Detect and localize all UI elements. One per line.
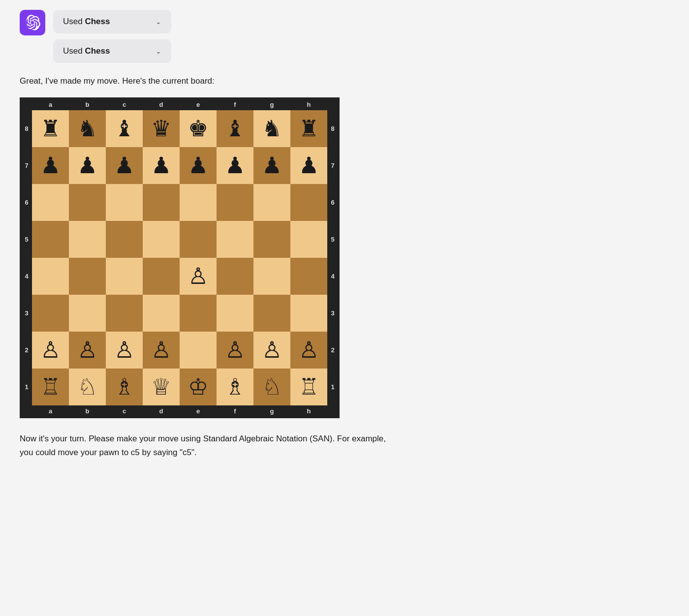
square-f2[interactable]: ♙ (217, 332, 253, 369)
rank-label-left-3: 3 (21, 309, 32, 317)
square-a8[interactable]: ♜ (32, 110, 69, 147)
rank-label-right-3: 3 (327, 309, 338, 317)
square-g5[interactable] (253, 221, 290, 258)
square-c5[interactable] (106, 221, 143, 258)
square-e4[interactable]: ♙ (180, 258, 217, 295)
square-b3[interactable] (69, 295, 106, 332)
square-c3[interactable] (106, 295, 143, 332)
square-h8[interactable]: ♜ (290, 110, 327, 147)
square-f7[interactable]: ♟ (217, 147, 253, 184)
square-f5[interactable] (217, 221, 253, 258)
rank-label-right-2: 2 (327, 346, 338, 354)
square-d7[interactable]: ♟ (143, 147, 180, 184)
square-g8[interactable]: ♞ (253, 110, 290, 147)
square-e3[interactable] (180, 295, 217, 332)
rank-label-left-1: 1 (21, 383, 32, 391)
square-g3[interactable] (253, 295, 290, 332)
rank-row-1: 1♖♘♗♕♔♗♘♖1 (21, 369, 338, 405)
square-h4[interactable] (290, 258, 327, 295)
square-a5[interactable] (32, 221, 69, 258)
square-g1[interactable]: ♘ (253, 369, 290, 405)
square-h6[interactable] (290, 184, 327, 221)
square-b7[interactable]: ♟ (69, 147, 106, 184)
square-d2[interactable]: ♙ (143, 332, 180, 369)
square-g4[interactable] (253, 258, 290, 295)
openai-logo-svg (25, 15, 40, 31)
rank-label-left-6: 6 (21, 199, 32, 206)
rank-row-8: 8♜♞♝♛♚♝♞♜8 (21, 110, 338, 147)
square-a2[interactable]: ♙ (32, 332, 69, 369)
square-h5[interactable] (290, 221, 327, 258)
square-d4[interactable] (143, 258, 180, 295)
square-e5[interactable] (180, 221, 217, 258)
square-a4[interactable] (32, 258, 69, 295)
square-b2[interactable]: ♙ (69, 332, 106, 369)
square-h2[interactable]: ♙ (290, 332, 327, 369)
file-label-top-g: g (253, 99, 290, 110)
square-c6[interactable] (106, 184, 143, 221)
tool-badge-1-text: Used Chess (63, 17, 110, 27)
square-h7[interactable]: ♟ (290, 147, 327, 184)
rank-row-4: 4♙4 (21, 258, 338, 295)
square-h3[interactable] (290, 295, 327, 332)
square-a7[interactable]: ♟ (32, 147, 69, 184)
square-e8[interactable]: ♚ (180, 110, 217, 147)
openai-logo (20, 10, 45, 35)
square-e6[interactable] (180, 184, 217, 221)
file-label-top-e: e (180, 99, 217, 110)
square-a6[interactable] (32, 184, 69, 221)
square-b1[interactable]: ♘ (69, 369, 106, 405)
square-d5[interactable] (143, 221, 180, 258)
square-d3[interactable] (143, 295, 180, 332)
tool-badge-2[interactable]: Used Chess ⌄ (53, 39, 171, 63)
square-c1[interactable]: ♗ (106, 369, 143, 405)
square-g2[interactable]: ♙ (253, 332, 290, 369)
rank-label-left-4: 4 (21, 273, 32, 280)
square-d1[interactable]: ♕ (143, 369, 180, 405)
square-c2[interactable]: ♙ (106, 332, 143, 369)
square-e1[interactable]: ♔ (180, 369, 217, 405)
square-f6[interactable] (217, 184, 253, 221)
file-label-bottom-c: c (106, 405, 143, 417)
square-b6[interactable] (69, 184, 106, 221)
chess-board-container: abcdefgh8♜♞♝♛♚♝♞♜87♟♟♟♟♟♟♟♟766554♙4332♙♙… (20, 97, 669, 418)
file-label-top-h: h (290, 99, 327, 110)
rank-label-left-7: 7 (21, 162, 32, 169)
square-f4[interactable] (217, 258, 253, 295)
square-c8[interactable]: ♝ (106, 110, 143, 147)
file-label-bottom-f: f (217, 405, 253, 417)
rank-row-7: 7♟♟♟♟♟♟♟♟7 (21, 147, 338, 184)
rank-label-right-4: 4 (327, 273, 338, 280)
chevron-down-icon-1: ⌄ (156, 18, 161, 26)
square-h1[interactable]: ♖ (290, 369, 327, 405)
file-label-bottom-h: h (290, 405, 327, 417)
square-g7[interactable]: ♟ (253, 147, 290, 184)
square-e7[interactable]: ♟ (180, 147, 217, 184)
rank-label-left-8: 8 (21, 125, 32, 132)
file-label-bottom-g: g (253, 405, 290, 417)
rank-label-right-1: 1 (327, 383, 338, 391)
chevron-down-icon-2: ⌄ (156, 47, 161, 55)
square-a3[interactable] (32, 295, 69, 332)
square-a1[interactable]: ♖ (32, 369, 69, 405)
square-c7[interactable]: ♟ (106, 147, 143, 184)
square-g6[interactable] (253, 184, 290, 221)
rank-label-left-5: 5 (21, 236, 32, 243)
square-f3[interactable] (217, 295, 253, 332)
file-label-top-d: d (143, 99, 180, 110)
square-c4[interactable] (106, 258, 143, 295)
rank-row-2: 2♙♙♙♙♙♙♙2 (21, 332, 338, 369)
tool-badge-1[interactable]: Used Chess ⌄ (53, 10, 171, 33)
file-label-top-c: c (106, 99, 143, 110)
file-label-bottom-e: e (180, 405, 217, 417)
bottom-message: Now it's your turn. Please make your mov… (20, 432, 394, 460)
square-f8[interactable]: ♝ (217, 110, 253, 147)
square-f1[interactable]: ♗ (217, 369, 253, 405)
square-b4[interactable] (69, 258, 106, 295)
rank-label-right-8: 8 (327, 125, 338, 132)
square-d8[interactable]: ♛ (143, 110, 180, 147)
square-b8[interactable]: ♞ (69, 110, 106, 147)
square-d6[interactable] (143, 184, 180, 221)
square-e2[interactable] (180, 332, 217, 369)
square-b5[interactable] (69, 221, 106, 258)
